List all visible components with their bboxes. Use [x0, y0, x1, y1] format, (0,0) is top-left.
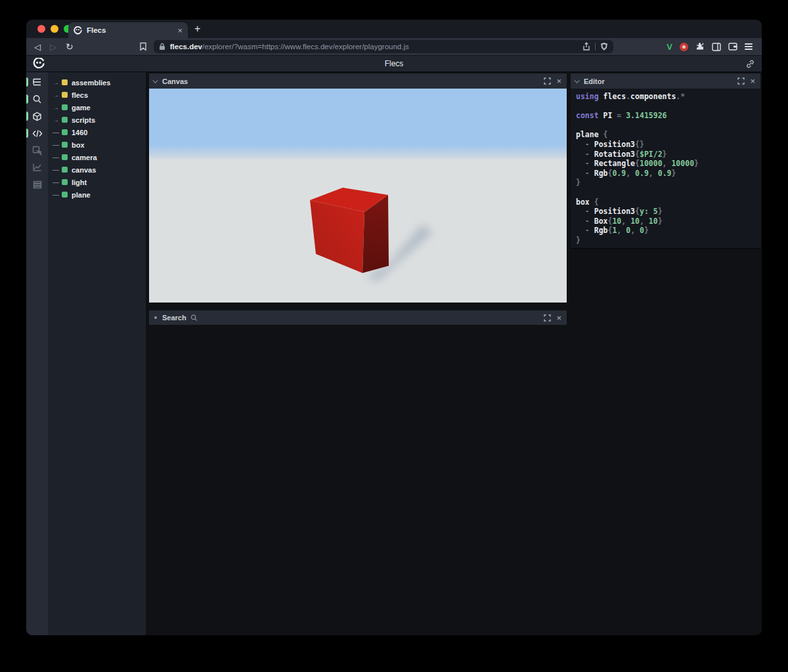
chevron-down-icon[interactable]	[152, 77, 158, 83]
entity-square-icon	[62, 167, 68, 173]
canvas-3d-scene[interactable]	[149, 89, 567, 303]
code-line: - Rgb{1, 0, 0}	[576, 226, 755, 236]
tree-item-label: flecs	[72, 91, 88, 99]
red-extension-icon[interactable]	[680, 43, 688, 51]
tree-item-light[interactable]: —light	[48, 176, 146, 188]
code-line: box {	[576, 198, 755, 207]
inspect-icon[interactable]	[26, 145, 48, 156]
wallet-icon[interactable]	[728, 43, 737, 51]
tree-item-camera[interactable]: —camera	[48, 151, 146, 163]
tree-icon[interactable]	[26, 77, 48, 87]
code-icon[interactable]	[26, 128, 48, 138]
code-line	[576, 102, 755, 112]
chevron-down-icon[interactable]	[574, 77, 579, 83]
expand-arrow-icon[interactable]: →	[53, 116, 62, 123]
entity-square-icon	[62, 104, 68, 110]
leaf-dash-icon: —	[53, 166, 62, 173]
close-icon[interactable]: ×	[750, 77, 755, 85]
urlbar-divider	[595, 43, 596, 51]
code-line	[576, 121, 755, 131]
tree-item-box[interactable]: —box	[48, 138, 146, 151]
brave-shield-icon[interactable]	[600, 42, 608, 51]
vimium-extension-icon[interactable]: V	[667, 42, 672, 52]
tree-item-game[interactable]: →game	[48, 101, 146, 114]
share-icon[interactable]	[582, 42, 590, 51]
tab-close-icon[interactable]: ×	[177, 26, 183, 35]
code-line: - Rgb{0.9, 0.9, 0.9}	[576, 169, 755, 178]
module-square-icon	[62, 92, 68, 98]
bookmark-icon[interactable]	[139, 42, 147, 51]
main-area: Canvas ×	[146, 72, 762, 635]
fullscreen-icon[interactable]	[737, 77, 745, 85]
tree-item-label: assemblies	[72, 79, 110, 87]
leaf-dash-icon: —	[53, 141, 62, 148]
chart-icon[interactable]	[26, 162, 48, 173]
tab-flecs[interactable]: Flecs ×	[68, 22, 188, 38]
close-icon[interactable]: ×	[556, 77, 561, 85]
entity-square-icon	[62, 129, 68, 135]
url-path: /explorer/?wasm=https://www.flecs.dev/ex…	[202, 43, 582, 51]
tree-item-label: scripts	[72, 116, 95, 124]
entity-square-icon	[62, 192, 68, 198]
new-tab-button[interactable]: +	[194, 23, 200, 35]
search-icon[interactable]	[26, 94, 48, 104]
url-bar[interactable]: flecs.dev /explorer/?wasm=https://www.fl…	[154, 40, 613, 53]
close-window-button[interactable]	[37, 25, 45, 33]
sky	[149, 89, 567, 161]
entity-square-icon	[62, 117, 68, 123]
menu-icon[interactable]	[745, 43, 753, 50]
fullscreen-icon[interactable]	[544, 77, 551, 85]
tree-item-label: canvas	[72, 166, 96, 174]
code-line: using flecs.components.*	[576, 92, 755, 102]
tree-item-plane[interactable]: —plane	[48, 188, 146, 201]
close-icon[interactable]: ×	[556, 314, 561, 322]
url-domain: flecs.dev	[170, 43, 202, 51]
tree-item-label: plane	[72, 191, 91, 199]
entity-tree-panel: →assemblies→flecs→game→scripts—1460—box—…	[48, 72, 146, 635]
search-panel-header[interactable]: Search ×	[149, 310, 567, 325]
canvas-panel: Canvas ×	[149, 74, 567, 303]
search-panel: Search ×	[149, 310, 567, 325]
code-line: plane {	[576, 130, 755, 140]
window-controls	[37, 25, 72, 33]
canvas-panel-title: Canvas	[162, 77, 540, 85]
leaf-dash-icon: —	[53, 154, 62, 161]
tab-title: Flecs	[87, 26, 173, 34]
tree-item-flecs[interactable]: →flecs	[48, 89, 146, 101]
code-line: - Box{10, 10, 10}	[576, 217, 755, 226]
tree-item-scripts[interactable]: →scripts	[48, 114, 146, 126]
extensions-area: V	[667, 42, 754, 52]
minimize-window-button[interactable]	[51, 25, 58, 33]
search-icon	[190, 314, 198, 322]
reload-button[interactable]: ↻	[66, 41, 74, 52]
tree-item-assemblies[interactable]: →assemblies	[48, 76, 146, 89]
canvas-panel-header: Canvas ×	[149, 74, 567, 89]
extensions-puzzle-icon[interactable]	[695, 42, 705, 51]
browser-window: Flecs × + ◁ ▷ ↻ flecs.dev /explorer/?was…	[26, 20, 762, 635]
tree-item-label: 1460	[72, 129, 87, 136]
tab-bar: Flecs × +	[26, 20, 762, 38]
rows-icon[interactable]	[26, 179, 48, 190]
expand-arrow-icon[interactable]: →	[53, 79, 62, 86]
expand-arrow-icon[interactable]: →	[53, 104, 62, 111]
lock-icon	[159, 43, 165, 51]
forward-button[interactable]: ▷	[50, 42, 56, 52]
sidebar-toggle-icon[interactable]	[712, 43, 721, 51]
cube-icon[interactable]	[26, 111, 48, 121]
module-square-icon	[62, 79, 68, 85]
tree-item-label: game	[72, 104, 91, 112]
tree-item-1460[interactable]: —1460	[48, 126, 146, 138]
fullscreen-icon[interactable]	[544, 314, 551, 322]
code-editor[interactable]: using flecs.components.*const PI = 3.141…	[571, 89, 760, 248]
editor-panel-title: Editor	[584, 77, 733, 85]
collapsed-dot-icon	[154, 316, 157, 319]
back-button[interactable]: ◁	[34, 42, 41, 52]
entity-square-icon	[62, 142, 68, 148]
code-line: }	[576, 236, 755, 245]
code-line: const PI = 3.1415926	[576, 111, 755, 121]
tree-item-canvas[interactable]: —canvas	[48, 163, 146, 176]
expand-arrow-icon[interactable]: →	[53, 91, 62, 98]
search-panel-title: Search	[162, 314, 186, 322]
browser-toolbar: ◁ ▷ ↻ flecs.dev /explorer/?wasm=https://…	[26, 38, 762, 55]
tree-item-label: box	[72, 141, 85, 149]
